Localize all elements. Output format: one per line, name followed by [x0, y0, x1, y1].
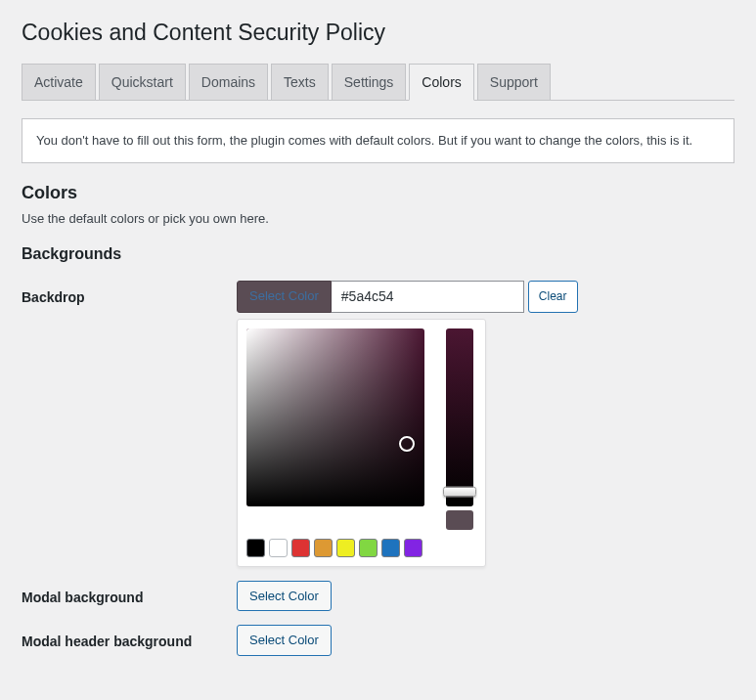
select-color-button-modal-bg[interactable]: Select Color [237, 581, 332, 612]
palette-row [246, 539, 476, 557]
tab-colors[interactable]: Colors [409, 64, 473, 101]
section-sub: Use the default colors or pick you own h… [22, 211, 734, 226]
current-color-button[interactable]: Select Color [237, 281, 332, 313]
palette-swatch[interactable] [404, 539, 422, 557]
sv-picker-handle[interactable] [399, 436, 415, 452]
palette-swatch[interactable] [269, 539, 288, 557]
tab-settings[interactable]: Settings [332, 64, 407, 101]
info-notice: You don't have to fill out this form, th… [22, 118, 734, 163]
section-heading: Colors [22, 183, 734, 203]
row-modal-header-bg: Modal header background Select Color [22, 625, 734, 656]
tab-activate[interactable]: Activate [22, 64, 96, 101]
palette-swatch[interactable] [381, 539, 400, 557]
backgrounds-heading: Backgrounds [22, 245, 734, 263]
color-picker-panel [237, 319, 486, 567]
row-backdrop: Backdrop Select Color Clear [22, 281, 734, 567]
tab-domains[interactable]: Domains [189, 64, 268, 101]
tab-support[interactable]: Support [477, 64, 551, 101]
page-title: Cookies and Content Security Policy [22, 20, 734, 46]
label-backdrop: Backdrop [22, 281, 237, 305]
row-modal-bg: Modal background Select Color [22, 581, 734, 612]
tab-texts[interactable]: Texts [271, 64, 329, 101]
palette-swatch[interactable] [359, 539, 378, 557]
palette-swatch[interactable] [336, 539, 355, 557]
palette-swatch[interactable] [291, 539, 310, 557]
palette-swatch[interactable] [246, 539, 265, 557]
select-color-button-modal-header-bg[interactable]: Select Color [237, 625, 332, 656]
brightness-slider-handle[interactable] [443, 487, 476, 498]
label-modal-bg: Modal background [22, 581, 237, 605]
tab-quickstart[interactable]: Quickstart [99, 64, 186, 101]
palette-swatch[interactable] [314, 539, 333, 557]
label-modal-header-bg: Modal header background [22, 625, 237, 649]
current-color-preview [446, 510, 473, 530]
color-hex-input[interactable] [332, 281, 524, 313]
brightness-strip[interactable] [446, 328, 473, 506]
saturation-value-square[interactable] [246, 328, 424, 506]
clear-button[interactable]: Clear [528, 281, 578, 313]
tab-bar: ActivateQuickstartDomainsTextsSettingsCo… [22, 64, 734, 101]
